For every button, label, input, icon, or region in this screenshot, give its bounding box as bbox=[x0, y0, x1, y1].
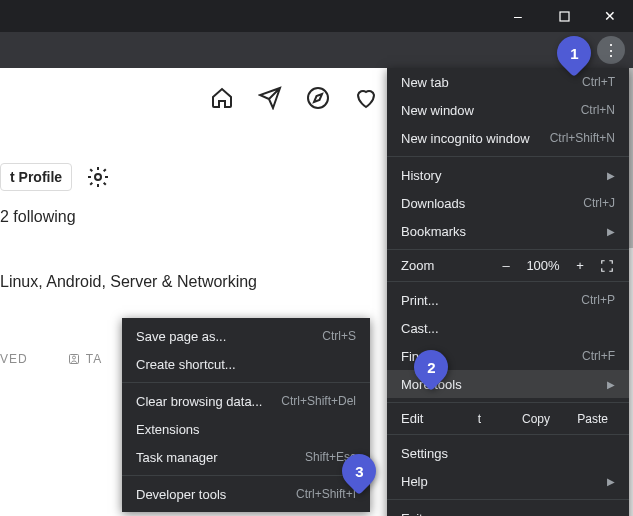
main-menu-item-downloads[interactable]: DownloadsCtrl+J bbox=[387, 189, 629, 217]
main-menu-item-history[interactable]: History▶ bbox=[387, 161, 629, 189]
edit-label: Edit bbox=[401, 411, 451, 426]
menu-item-label: Help bbox=[401, 474, 428, 489]
menu-separator bbox=[387, 499, 629, 500]
zoom-label: Zoom bbox=[401, 258, 491, 273]
menu-item-label: History bbox=[401, 168, 441, 183]
tab-saved[interactable]: VED bbox=[0, 352, 28, 366]
menu-button[interactable]: ⋮ bbox=[597, 36, 625, 64]
main-menu-item-new-incognito-window[interactable]: New incognito windowCtrl+Shift+N bbox=[387, 124, 629, 152]
shortcut: Ctrl+T bbox=[582, 75, 615, 89]
menu-item-label: Print... bbox=[401, 293, 439, 308]
svg-point-4 bbox=[72, 356, 75, 359]
tab-tagged[interactable]: TA bbox=[68, 352, 102, 366]
chrome-main-menu: New tabCtrl+TNew windowCtrl+NNew incogni… bbox=[387, 68, 629, 516]
gear-icon[interactable] bbox=[86, 165, 110, 189]
profile-tabs: VED TA bbox=[0, 352, 102, 366]
menu-item-label: Cast... bbox=[401, 321, 439, 336]
shortcut: Ctrl+Shift+Del bbox=[281, 394, 356, 408]
copy-button[interactable]: Copy bbox=[508, 412, 565, 426]
menu-separator bbox=[387, 434, 629, 435]
maximize-button[interactable] bbox=[541, 0, 587, 32]
main-menu-item-print[interactable]: Print...Ctrl+P bbox=[387, 286, 629, 314]
submenu-arrow-icon: ▶ bbox=[607, 476, 615, 487]
sub-menu-item-task-manager[interactable]: Task managerShift+Esc bbox=[122, 443, 370, 471]
svg-point-2 bbox=[95, 174, 101, 180]
menu-separator bbox=[387, 156, 629, 157]
edit-row: Edit t Copy Paste bbox=[387, 407, 629, 430]
menu-item-label: Exit bbox=[401, 511, 423, 517]
home-icon[interactable] bbox=[210, 86, 234, 110]
submenu-arrow-icon: ▶ bbox=[607, 379, 615, 390]
shortcut: Ctrl+Shift+N bbox=[550, 131, 615, 145]
svg-point-1 bbox=[308, 88, 328, 108]
menu-item-label: New tab bbox=[401, 75, 449, 90]
nav-icons bbox=[210, 86, 378, 110]
minimize-button[interactable]: – bbox=[495, 0, 541, 32]
menu-item-label: Extensions bbox=[136, 422, 200, 437]
menu-item-label: New window bbox=[401, 103, 474, 118]
menu-item-label: New incognito window bbox=[401, 131, 530, 146]
sub-menu-item-save-page-as[interactable]: Save page as...Ctrl+S bbox=[122, 322, 370, 350]
main-menu-item-new-tab[interactable]: New tabCtrl+T bbox=[387, 68, 629, 96]
browser-toolbar: ☆ ⋮ bbox=[0, 32, 633, 68]
menu-separator bbox=[122, 382, 370, 383]
following-count[interactable]: 2 following bbox=[0, 208, 76, 226]
main-menu-item-bookmarks[interactable]: Bookmarks▶ bbox=[387, 217, 629, 245]
menu-item-label: Developer tools bbox=[136, 487, 226, 502]
window-titlebar: – ✕ bbox=[0, 0, 633, 32]
main-menu-item-settings[interactable]: Settings bbox=[387, 439, 629, 467]
menu-item-label: Settings bbox=[401, 446, 448, 461]
shortcut: Ctrl+F bbox=[582, 349, 615, 363]
svg-rect-0 bbox=[560, 12, 569, 21]
shortcut: Ctrl+Shift+I bbox=[296, 487, 356, 501]
main-menu-item-cast[interactable]: Cast... bbox=[387, 314, 629, 342]
submenu-arrow-icon: ▶ bbox=[607, 226, 615, 237]
more-tools-submenu: Save page as...Ctrl+SCreate shortcut...C… bbox=[122, 318, 370, 512]
menu-separator bbox=[387, 402, 629, 403]
profile-bio: Linux, Android, Server & Networking bbox=[0, 273, 257, 291]
zoom-row: Zoom – 100% + bbox=[387, 254, 629, 277]
menu-item-label: Downloads bbox=[401, 196, 465, 211]
menu-item-label: Task manager bbox=[136, 450, 218, 465]
fullscreen-icon[interactable] bbox=[595, 259, 619, 273]
main-menu-item-exit[interactable]: Exit bbox=[387, 504, 629, 516]
close-button[interactable]: ✕ bbox=[587, 0, 633, 32]
send-icon[interactable] bbox=[258, 86, 282, 110]
shortcut: Ctrl+J bbox=[583, 196, 615, 210]
menu-item-label: Save page as... bbox=[136, 329, 226, 344]
zoom-value: 100% bbox=[521, 258, 565, 273]
main-menu-item-new-window[interactable]: New windowCtrl+N bbox=[387, 96, 629, 124]
shortcut: Ctrl+P bbox=[581, 293, 615, 307]
heart-icon[interactable] bbox=[354, 86, 378, 110]
main-menu-item-help[interactable]: Help▶ bbox=[387, 467, 629, 495]
zoom-out-button[interactable]: – bbox=[491, 258, 521, 273]
sub-menu-item-clear-browsing-data[interactable]: Clear browsing data...Ctrl+Shift+Del bbox=[122, 387, 370, 415]
compass-icon[interactable] bbox=[306, 86, 330, 110]
menu-item-label: Bookmarks bbox=[401, 224, 466, 239]
menu-separator bbox=[387, 281, 629, 282]
sub-menu-item-developer-tools[interactable]: Developer toolsCtrl+Shift+I bbox=[122, 480, 370, 508]
menu-separator bbox=[122, 475, 370, 476]
shortcut: Ctrl+N bbox=[581, 103, 615, 117]
shortcut: Ctrl+S bbox=[322, 329, 356, 343]
zoom-in-button[interactable]: + bbox=[565, 258, 595, 273]
sub-menu-item-create-shortcut[interactable]: Create shortcut... bbox=[122, 350, 370, 378]
sub-menu-item-extensions[interactable]: Extensions bbox=[122, 415, 370, 443]
submenu-arrow-icon: ▶ bbox=[607, 170, 615, 181]
menu-item-label: Create shortcut... bbox=[136, 357, 236, 372]
menu-separator bbox=[387, 249, 629, 250]
cut-button[interactable]: t bbox=[451, 412, 508, 426]
menu-item-label: Clear browsing data... bbox=[136, 394, 262, 409]
edit-profile-button[interactable]: t Profile bbox=[0, 163, 72, 191]
paste-button[interactable]: Paste bbox=[564, 412, 621, 426]
